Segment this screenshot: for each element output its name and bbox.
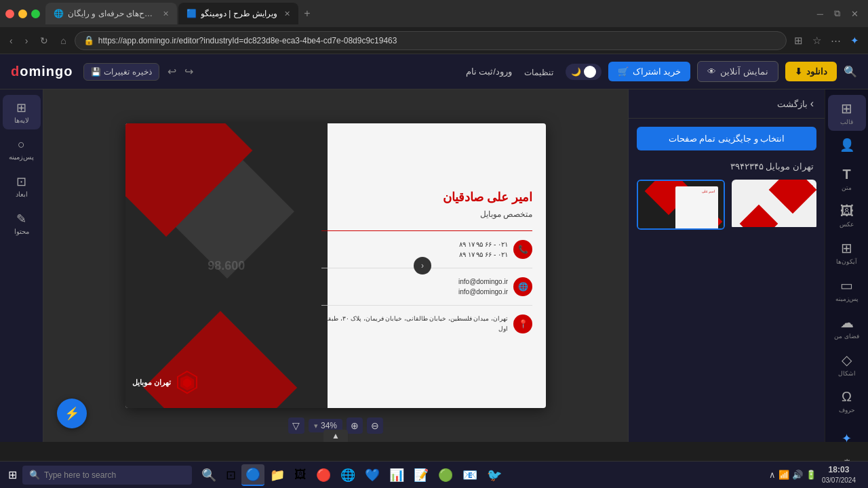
close-window-btn[interactable] <box>5 9 14 18</box>
favorites-btn[interactable]: ☆ <box>809 32 825 49</box>
phone-info: ۰۲۱ - ۶۶ ۹۵ ۱۷ ۸۹ ۰۲۱ - ۶۶ ۹۵ ۱۷ ۸۹ <box>459 239 508 260</box>
back-nav-btn[interactable]: ‹ <box>5 33 17 49</box>
address-info: تهران، میدان فلسطین، خیابان طالقانی، خیا… <box>321 314 508 333</box>
taskbar-search-btn[interactable]: 🔍 <box>197 464 220 486</box>
tool-dimensions[interactable]: ⊡ ابعاد <box>3 169 41 203</box>
minimize-window-btn[interactable] <box>18 9 27 18</box>
address-bar[interactable]: 🔒 https://app.domingo.ir/editor?industry… <box>75 31 787 50</box>
collapse-bottom-btn[interactable]: ▲ <box>323 430 348 442</box>
minimize-btn[interactable]: ─ <box>813 8 827 19</box>
download-btn[interactable]: ⬇ دانلود <box>785 62 837 81</box>
tab-icon: 🌐 <box>54 9 64 18</box>
taskbar-search[interactable]: 🔍 Type here to search <box>22 466 192 485</box>
right-panel: › بازگشت انتخاب و جایگزینی تمام صفحات ته… <box>628 89 825 442</box>
svg-marker-3 <box>802 183 812 195</box>
icon-bar-text[interactable]: T متن <box>828 161 866 197</box>
icon-bar-letters[interactable]: Ω حروف <box>828 384 866 419</box>
taskbar-green-app-btn[interactable]: 🟢 <box>434 464 457 486</box>
new-tab-btn[interactable]: + <box>300 7 314 20</box>
thumb2-logo <box>800 182 814 199</box>
tab-templates[interactable]: 🌐 قالب‌ها و طرح‌های حرفه‌ای و رایگان ✕ <box>45 3 177 24</box>
taskbar-browser-btn[interactable]: 🌐 <box>336 464 359 486</box>
undo-btn[interactable]: ↩ <box>165 62 179 81</box>
home-nav-btn[interactable]: ⌂ <box>56 33 70 49</box>
taskbar-telegram-btn[interactable]: 🐦 <box>483 464 506 486</box>
floating-action-btn[interactable]: ⚡ <box>57 399 87 428</box>
refresh-nav-btn[interactable]: ↻ <box>36 33 52 49</box>
contact-name: امیر علی صادقیان <box>443 190 532 204</box>
subscribe-btn[interactable]: 🛒 خرید اشتراک <box>608 62 691 81</box>
toggle-circle <box>584 66 596 78</box>
taskbar-word-btn[interactable]: 📝 <box>410 464 433 486</box>
save-btn[interactable]: 💾 ذخیره تغییرات <box>83 63 159 81</box>
cloud-icon: ☁ <box>840 314 854 331</box>
tab-editor[interactable]: 🟦 ویرایش طرح | دومینگو ✕ <box>178 3 298 24</box>
thumb-1-bg: امیر علی <box>638 181 724 228</box>
login-btn[interactable]: ورود/ثبت نام <box>466 66 512 77</box>
main-layout: ⊞ لایه‌ها ○ پس‌زمینه ⊡ ابعاد ✎ محتوا <box>0 89 868 442</box>
address-row: ‹ › ↻ ⌂ 🔒 https://app.domingo.ir/editor?… <box>0 27 868 54</box>
download-label: دانلود <box>806 66 827 77</box>
theme-toggle[interactable]: 🌙 <box>566 64 601 80</box>
restore-btn[interactable]: ⧉ <box>830 8 844 19</box>
template-thumb-2[interactable] <box>732 180 817 230</box>
network-icon[interactable]: 📶 <box>778 470 789 480</box>
text-icon: T <box>842 167 850 182</box>
battery-icon[interactable]: 🔋 <box>806 470 816 480</box>
icon-bar-image[interactable]: 🖼 عکس <box>828 198 866 233</box>
taskbar-photos-btn[interactable]: 🖼 <box>290 464 311 486</box>
thumb-2-bg <box>732 180 817 227</box>
icon-bar-bg[interactable]: ▭ پس‌زمینه <box>828 272 866 308</box>
taskbar-edge-btn[interactable]: 🔵 <box>241 464 264 486</box>
forward-nav-btn[interactable]: › <box>21 33 33 49</box>
redo-btn[interactable]: ↪ <box>182 62 196 81</box>
zoom-minus-btn[interactable]: ⊖ <box>367 418 383 434</box>
shapes-icon: ◇ <box>842 352 852 368</box>
thumb-text: امیر علی <box>675 186 718 196</box>
cart-icon: 🛒 <box>618 66 629 77</box>
close-btn[interactable]: ✕ <box>847 8 863 19</box>
taskbar-mail-btn[interactable]: 📧 <box>458 464 481 486</box>
email-info: info@domingo.ir info@domingo.ir <box>458 277 508 297</box>
maximize-window-btn[interactable] <box>31 9 40 18</box>
templates-grid: امیر علی <box>629 180 825 230</box>
up-arrow-icon[interactable]: ∧ <box>769 470 776 480</box>
tool-content[interactable]: ✎ محتوا <box>3 206 41 241</box>
zoom-in-btn[interactable]: ⊕ <box>347 418 363 434</box>
browser-menu-btn[interactable]: ⋯ <box>827 32 844 49</box>
business-card: تهران موبایل 98.600 امیر علی صادقیان متخ… <box>125 123 546 408</box>
taskbar-datetime[interactable]: 18:03 03/07/2024 <box>822 465 856 485</box>
icon-bar-myspace[interactable]: ☁ فضای من <box>828 309 866 345</box>
search-header-btn[interactable]: 🔍 <box>844 65 857 78</box>
icon-bar-template[interactable]: ⊞ قالب <box>828 95 866 131</box>
copilot-btn[interactable]: ✦ <box>847 32 863 49</box>
icon-bar-shapes[interactable]: ◇ اشکال <box>828 346 866 382</box>
volume-icon[interactable]: 🔊 <box>792 470 803 480</box>
icon-bar-user[interactable]: 👤 <box>828 132 866 160</box>
back-btn[interactable]: › بازگشت <box>777 98 814 110</box>
zoom-out-btn[interactable]: ▽ <box>288 418 304 434</box>
replace-all-btn[interactable]: انتخاب و جایگزینی تمام صفحات <box>637 127 816 150</box>
phone-1: ۰۲۱ - ۶۶ ۹۵ ۱۷ ۸۹ <box>459 239 508 249</box>
preview-btn[interactable]: 👁 نمایش آنلاین <box>697 61 778 82</box>
taskbar-view-btn[interactable]: ⊡ <box>222 464 240 486</box>
tool-layers[interactable]: ⊞ لایه‌ها <box>3 95 41 129</box>
phone-icon: 📞 <box>513 240 532 259</box>
icon-bar-icons[interactable]: ⊞ آیکون‌ها <box>828 235 866 270</box>
taskbar-files-btn[interactable]: 📁 <box>266 464 289 486</box>
tab-close-btn[interactable]: ✕ <box>163 9 169 18</box>
template-thumb-1[interactable]: امیر علی <box>637 180 725 230</box>
settings-btn[interactable]: تنظیمات <box>519 63 559 81</box>
taskbar-blue-app-btn[interactable]: 💙 <box>361 464 384 486</box>
collapse-panel-btn[interactable]: › <box>414 257 431 274</box>
clock-time: 18:03 <box>822 465 856 476</box>
taskbar-excel-btn[interactable]: 📊 <box>385 464 408 486</box>
tab-active-close-btn[interactable]: ✕ <box>284 9 290 18</box>
ai-btn[interactable]: ✦ <box>828 426 866 451</box>
taskbar-red-app-btn[interactable]: 🔴 <box>312 464 335 486</box>
extensions-btn[interactable]: ⊞ <box>791 32 806 49</box>
start-btn[interactable]: ⊞ <box>3 468 22 481</box>
canvas-board[interactable]: تهران موبایل 98.600 امیر علی صادقیان متخ… <box>125 123 546 408</box>
tool-background[interactable]: ○ پس‌زمینه <box>3 132 41 166</box>
undo-redo-group: ↩ ↪ <box>165 62 196 81</box>
